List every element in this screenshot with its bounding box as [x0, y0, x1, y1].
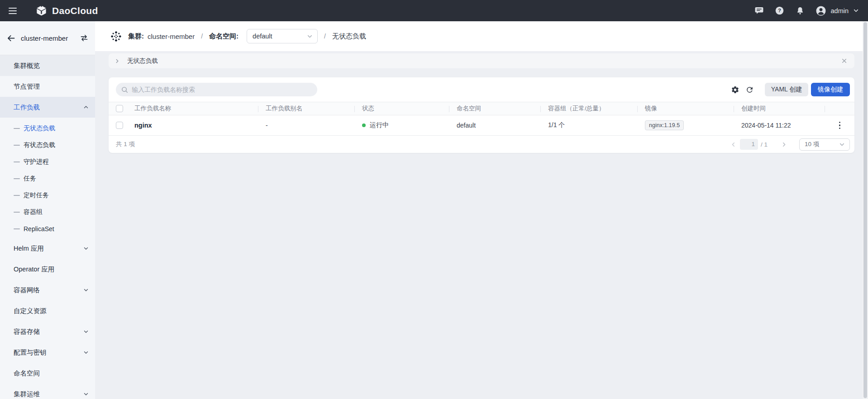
next-page-icon[interactable] — [778, 139, 789, 150]
row-actions-kebab-icon[interactable] — [837, 120, 843, 131]
namespace-select[interactable]: default — [247, 29, 318, 43]
sidebar-item-label: 工作负载 — [14, 103, 40, 112]
image-cell: nginx:1.19.5 — [638, 120, 734, 130]
sidebar-item-命名空间[interactable]: 命名空间 — [0, 363, 95, 384]
sidebar-item-配置与密钥[interactable]: 配置与密钥 — [0, 342, 95, 363]
refresh-icon[interactable] — [743, 83, 756, 96]
sidebar-item-守护进程[interactable]: 守护进程 — [0, 153, 95, 170]
sidebar-item-有状态负载[interactable]: 有状态负载 — [0, 137, 95, 153]
prev-page-icon[interactable] — [728, 139, 739, 150]
pagination: 1 / 1 10 项 — [728, 138, 850, 151]
sidebar-item-节点管理[interactable]: 节点管理 — [0, 76, 95, 97]
menu-toggle-icon[interactable] — [9, 8, 17, 14]
search-box — [116, 83, 317, 96]
sidebar-item-定时任务[interactable]: 定时任务 — [0, 187, 95, 204]
expand-chevron-right-icon[interactable] — [114, 58, 120, 64]
namespace-selected-value: default — [253, 33, 307, 40]
top-bar: DaoCloud ? admin — [0, 0, 868, 21]
table-footer: 共 1 项 1 / 1 10 项 — [109, 136, 854, 153]
sidebar-item-无状态负载[interactable]: 无状态负载 — [0, 120, 95, 137]
notifications-bell-icon[interactable] — [795, 6, 805, 16]
user-menu[interactable]: admin — [816, 5, 859, 16]
sidebar-item-label: 自定义资源 — [14, 307, 47, 315]
sidebar-item-容器网络[interactable]: 容器网络 — [0, 280, 95, 300]
column-header: 命名空间 — [449, 102, 541, 115]
sidebar-item-operator-应用[interactable]: Operator 应用 — [0, 259, 95, 280]
help-icon[interactable]: ? — [775, 6, 785, 16]
chevron-down-icon — [83, 287, 89, 293]
status-running-dot — [362, 124, 366, 127]
chevron-down-icon — [307, 33, 313, 39]
search-input[interactable] — [132, 86, 304, 93]
sub-item-dash — [14, 162, 20, 162]
sidebar-item-label: 无状态负载 — [24, 124, 55, 133]
sub-item-dash — [14, 212, 20, 213]
table-toolbar: YAML 创建 镜像创建 — [109, 77, 854, 102]
main-area: 集群: cluster-member / 命名空间: default / 无状态… — [95, 21, 868, 399]
status-cell: 运行中 — [355, 121, 449, 129]
image-create-button[interactable]: 镜像创建 — [811, 83, 850, 96]
namespace-label: 命名空间: — [209, 32, 238, 41]
sidebar-item-label: ReplicaSet — [24, 225, 54, 233]
sidebar-item-任务[interactable]: 任务 — [0, 170, 95, 187]
sidebar-item-集群运维[interactable]: 集群运维 — [0, 384, 95, 399]
back-arrow-icon[interactable] — [6, 33, 16, 43]
page-frame: cluster-member 集群概览节点管理工作负载无状态负载有状态负载守护进… — [0, 21, 868, 399]
namespace-cell: default — [449, 122, 541, 129]
sidebar-menu: 集群概览节点管理工作负载无状态负载有状态负载守护进程任务定时任务容器组Repli… — [0, 55, 95, 399]
content-area: 无状态负载 — [95, 51, 868, 399]
table-row: nginx - 运行中 default 1/1 个 nginx:1.19.5 2… — [109, 115, 854, 136]
yaml-create-button[interactable]: YAML 创建 — [765, 83, 808, 96]
avatar-icon — [816, 5, 826, 16]
current-page-input[interactable]: 1 — [740, 139, 758, 150]
scrollbar-thumb[interactable] — [863, 22, 867, 398]
search-icon — [121, 86, 128, 93]
total-count: 共 1 项 — [116, 140, 135, 148]
cluster-dots-icon — [110, 30, 122, 43]
row-checkbox[interactable] — [116, 122, 123, 129]
settings-gear-icon[interactable] — [728, 83, 742, 96]
image-badge: nginx:1.19.5 — [645, 120, 684, 130]
page-size-value: 10 项 — [805, 140, 839, 148]
sidebar-header: cluster-member — [0, 21, 95, 55]
cluster-value: cluster-member — [148, 33, 195, 40]
message-icon[interactable] — [754, 6, 764, 16]
switch-cluster-icon[interactable] — [80, 33, 89, 43]
breadcrumb-separator: / — [201, 33, 203, 40]
column-header: 状态 — [355, 102, 449, 115]
daocloud-cube-icon — [35, 5, 48, 17]
sidebar-item-工作负载[interactable]: 工作负载 — [0, 97, 95, 118]
breadcrumb-current-page: 无状态负载 — [332, 32, 366, 41]
sidebar-item-容器存储[interactable]: 容器存储 — [0, 321, 95, 342]
chevron-down-icon — [83, 329, 89, 334]
brand-logo[interactable]: DaoCloud — [35, 5, 98, 17]
page-total: / 1 — [761, 141, 768, 148]
sub-item-dash — [14, 195, 20, 196]
column-header: 创建时间 — [734, 102, 825, 115]
chevron-down-icon — [839, 142, 845, 147]
sidebar-item-自定义资源[interactable]: 自定义资源 — [0, 300, 95, 321]
column-header: 容器组（正常/总量） — [541, 102, 638, 115]
select-all-checkbox[interactable] — [116, 105, 123, 112]
column-header: 工作负载别名 — [258, 102, 355, 115]
sidebar-item-label: 有状态负载 — [24, 141, 55, 149]
workload-name-link[interactable]: nginx — [134, 122, 152, 129]
close-icon[interactable] — [841, 58, 847, 64]
sidebar-item-容器组[interactable]: 容器组 — [0, 204, 95, 220]
sidebar-item-label: 容器网络 — [14, 286, 40, 294]
sidebar-item-集群概览[interactable]: 集群概览 — [0, 55, 95, 76]
workload-alias-cell: - — [258, 122, 355, 129]
sidebar-item-label: Operator 应用 — [14, 265, 54, 274]
scrollbar[interactable] — [863, 21, 868, 399]
chevron-down-icon — [853, 8, 859, 14]
table-header: 工作负载名称 工作负载别名 状态 命名空间 容器组（正常/总量） 镜像 创建时间 — [109, 102, 854, 115]
sidebar-subgroup: 无状态负载有状态负载守护进程任务定时任务容器组ReplicaSet — [0, 118, 95, 238]
sidebar-item-replicaset[interactable]: ReplicaSet — [0, 220, 95, 237]
sidebar-item-helm-应用[interactable]: Helm 应用 — [0, 238, 95, 259]
sidebar-item-label: 容器组 — [24, 208, 43, 216]
page-size-select[interactable]: 10 项 — [799, 138, 850, 151]
column-header: 工作负载名称 — [134, 104, 171, 113]
info-panel-title: 无状态负载 — [127, 57, 158, 65]
sidebar-item-label: 集群概览 — [14, 62, 40, 70]
sidebar-item-label: Helm 应用 — [14, 244, 44, 253]
